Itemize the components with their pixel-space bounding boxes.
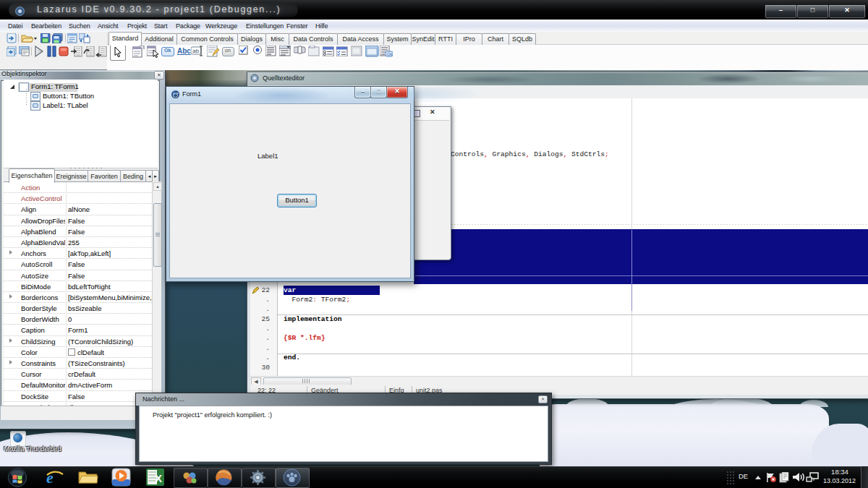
svg-text:ab: ab (192, 48, 199, 54)
svg-text:e: e (46, 468, 54, 487)
svg-text:X: X (155, 472, 162, 484)
svg-text:Ok: Ok (387, 52, 393, 56)
